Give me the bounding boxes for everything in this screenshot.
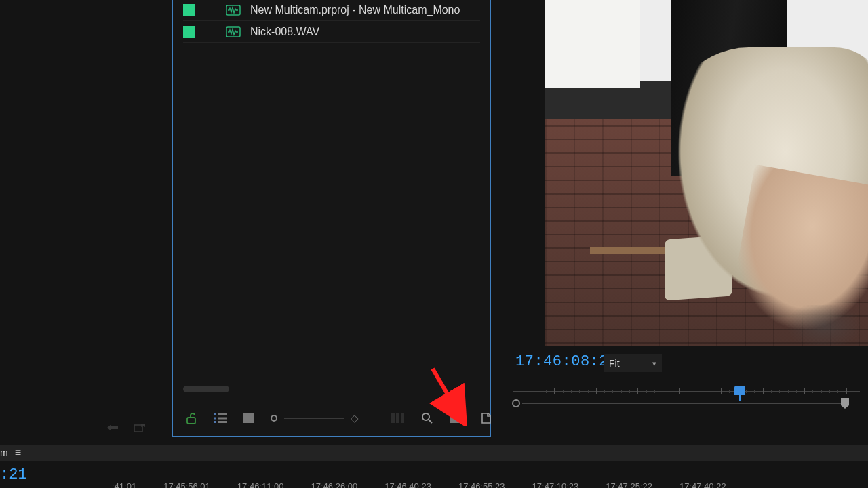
svg-rect-5 — [187, 418, 195, 424]
program-timecode[interactable]: 17:46:08:21 — [515, 353, 618, 370]
label-color-chip[interactable] — [183, 4, 195, 16]
project-bin-list[interactable]: P37_NE_3001_3001_T004.MOV New Multicam.p… — [183, 0, 480, 388]
svg-rect-12 — [243, 413, 254, 423]
timeline-tick-label: :41:01 — [112, 481, 136, 488]
sort-icons-icon[interactable] — [391, 411, 405, 426]
timeline-ruler[interactable]: :41:0117:45:56:0117:46:11:0017:46:26:001… — [112, 481, 868, 488]
project-row[interactable]: Nick-008.WAV — [183, 21, 480, 43]
insert-button-icon[interactable] — [105, 420, 120, 435]
svg-point-16 — [422, 413, 429, 420]
timeline-tick-label: 17:46:11:00 — [237, 481, 284, 488]
find-icon[interactable] — [421, 411, 433, 426]
svg-rect-14 — [396, 413, 399, 423]
list-view-icon[interactable] — [214, 411, 227, 426]
sequence-tab-label: m — [0, 447, 8, 458]
icon-view-icon[interactable] — [243, 411, 254, 426]
program-mini-timeline[interactable] — [513, 382, 860, 405]
scrub-start-icon[interactable] — [512, 399, 520, 407]
zoom-level-select[interactable]: Fit ▾ — [604, 354, 662, 372]
overwrite-button-icon[interactable] — [132, 420, 147, 435]
zoom-level-label: Fit — [609, 358, 620, 369]
svg-rect-7 — [214, 418, 216, 420]
chevron-down-icon: ▾ — [652, 359, 656, 368]
sequence-tab-bar: m ≡ — [0, 445, 868, 461]
svg-rect-9 — [218, 413, 227, 415]
project-panel: P37_NE_3001_3001_T004.MOV New Multicam.p… — [172, 0, 491, 437]
new-bin-icon[interactable] — [450, 411, 463, 426]
program-monitor-controls: 17:46:08:21 Fit ▾ — [513, 349, 868, 403]
slider-thumb-icon[interactable] — [271, 415, 277, 422]
timeline-tick-label: 17:47:10:23 — [532, 481, 579, 488]
project-horizontal-scrollbar[interactable] — [183, 386, 229, 392]
svg-rect-15 — [401, 413, 404, 423]
slider-max-icon: ◇ — [351, 412, 359, 424]
clip-name: New Multicam.prproj - New Multicam_Mono — [250, 4, 460, 16]
source-insert-controls — [105, 420, 147, 435]
clip-name: Nick-008.WAV — [250, 26, 319, 38]
timeline-tick-label: 17:47:25:22 — [606, 481, 652, 488]
timeline-tick-label: 17:46:26:00 — [311, 481, 358, 488]
svg-rect-8 — [214, 421, 216, 423]
timeline-tick-label: 17:45:56:01 — [163, 481, 210, 488]
timeline-tick-label: 17:47:40:22 — [679, 481, 726, 488]
project-row[interactable]: New Multicam.prproj - New Multicam_Mono — [183, 0, 480, 21]
svg-rect-11 — [218, 421, 227, 423]
project-writable-icon[interactable] — [185, 411, 197, 426]
audio-clip-icon — [226, 4, 241, 16]
svg-rect-10 — [218, 418, 227, 420]
svg-rect-6 — [214, 413, 216, 415]
mini-playhead[interactable] — [734, 386, 745, 401]
timeline-tick-label: 17:46:55:23 — [458, 481, 505, 488]
panel-menu-icon[interactable]: ≡ — [15, 447, 21, 459]
timeline-playhead-timecode[interactable]: :21 — [0, 466, 27, 483]
new-item-icon[interactable] — [479, 411, 492, 426]
program-monitor[interactable] — [545, 0, 868, 346]
svg-rect-13 — [391, 413, 395, 423]
timeline-tick-label: 17:46:40:23 — [384, 481, 431, 488]
sequence-tab[interactable]: m ≡ — [0, 447, 28, 459]
project-panel-toolbar: ◇ — [173, 400, 490, 436]
audio-clip-icon — [226, 26, 241, 38]
label-color-chip[interactable] — [183, 26, 195, 38]
out-marker-icon[interactable] — [840, 397, 850, 409]
thumbnail-size-slider[interactable]: ◇ — [271, 412, 359, 424]
svg-line-17 — [429, 420, 432, 423]
